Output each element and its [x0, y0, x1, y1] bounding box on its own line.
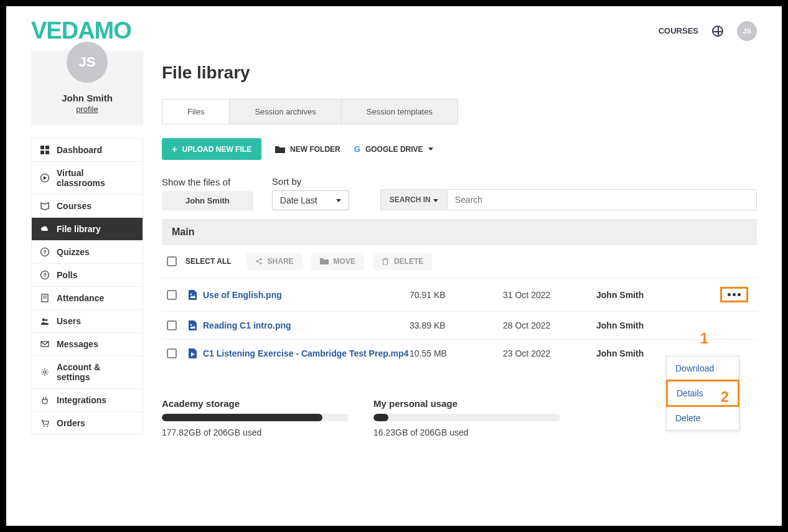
sidebar-item-label: Polls [57, 270, 77, 280]
sidebar-item-label: Courses [57, 201, 91, 211]
brand-logo[interactable]: VEDAMO [31, 17, 131, 44]
profile-link[interactable]: profile [76, 105, 98, 114]
file-size: 70.91 KB [410, 290, 503, 300]
cloud-icon [40, 225, 49, 233]
sidebar-item-label: Account & settings [57, 362, 134, 382]
sidebar-item-integrations[interactable]: Integrations [32, 389, 143, 412]
gear-icon [40, 368, 49, 376]
table-row: Use of English.png 70.91 KB 31 Oct 2022 … [162, 278, 757, 311]
sidebar-item-dashboard[interactable]: Dashboard [32, 139, 143, 162]
svg-point-17 [44, 426, 45, 427]
sidebar-item-courses[interactable]: Courses [32, 195, 143, 218]
file-size: 33.89 KB [410, 320, 503, 330]
menu-item-download[interactable]: Download [667, 357, 739, 380]
sidebar-item-polls[interactable]: ?Polls [32, 264, 143, 287]
menu-item-details[interactable]: Details 2 [666, 380, 739, 407]
table-row: Reading C1 intro.png 33.89 KB 28 Oct 202… [162, 311, 757, 339]
sidebar-item-label: Messages [57, 339, 98, 349]
tab-session-archives[interactable]: Session archives [230, 100, 341, 124]
tab-files[interactable]: Files [162, 100, 230, 124]
image-file-icon [188, 320, 197, 330]
tabs: Files Session archives Session templates [162, 99, 458, 124]
svg-rect-2 [40, 151, 44, 154]
button-label: GOOGLE DRIVE [365, 145, 423, 154]
move-button[interactable]: MOVE [311, 253, 364, 270]
select-all-checkbox[interactable] [167, 256, 177, 266]
users-icon [40, 317, 49, 325]
row-actions-menu: Download Details 2 Delete [666, 356, 739, 431]
academy-storage-bar [162, 414, 349, 421]
google-drive-button[interactable]: GGOOGLE DRIVE [354, 144, 433, 154]
delete-button[interactable]: DELETE [373, 253, 432, 270]
sidebar-item-messages[interactable]: Messages [32, 333, 143, 356]
sidebar-item-label: File library [57, 224, 101, 234]
sidebar-item-account-settings[interactable]: Account & settings [32, 356, 143, 389]
button-label: SEARCH IN [390, 195, 431, 204]
row-checkbox[interactable] [167, 320, 177, 330]
svg-point-13 [42, 319, 45, 321]
sidebar-item-users[interactable]: Users [32, 310, 143, 333]
sidebar-item-virtual-classrooms[interactable]: Virtual classrooms [32, 162, 143, 195]
file-date: 28 Oct 2022 [503, 320, 596, 330]
profile-name: John Smith [37, 93, 137, 103]
upload-new-file-button[interactable]: +UPLOAD NEW FILE [162, 138, 261, 160]
sidebar-item-file-library[interactable]: File library [32, 218, 143, 241]
svg-point-14 [45, 319, 48, 322]
dots-icon [733, 293, 736, 296]
sidebar-item-quizzes[interactable]: ?Quizzes [32, 241, 143, 264]
select-all-label[interactable]: SELECT ALL [185, 257, 232, 266]
sidebar-item-label: Quizzes [57, 247, 90, 257]
globe-icon[interactable] [712, 26, 723, 37]
book-icon [40, 202, 49, 210]
dots-icon [728, 293, 731, 296]
row-checkbox[interactable] [167, 348, 177, 358]
plug-icon [40, 396, 49, 404]
file-name-link[interactable]: Use of English.png [203, 290, 282, 300]
file-date: 31 Oct 2022 [503, 290, 596, 300]
button-label: UPLOAD NEW FILE [182, 145, 251, 154]
show-files-value[interactable]: John Smith [162, 191, 253, 210]
svg-point-25 [190, 324, 192, 326]
google-icon: G [354, 144, 360, 154]
file-name-link[interactable]: Reading C1 intro.png [203, 320, 291, 330]
button-label: NEW FOLDER [290, 145, 340, 154]
sidebar-item-orders[interactable]: Orders [32, 412, 143, 434]
file-name-link[interactable]: C1 Listening Exercise - Cambridge Test P… [203, 348, 408, 358]
row-checkbox[interactable] [167, 290, 177, 300]
svg-line-23 [258, 262, 260, 264]
show-files-label: Show the files of [162, 177, 253, 187]
sidebar-item-attendance[interactable]: Attendance [32, 287, 143, 310]
file-size: 10.55 MB [410, 348, 503, 358]
sidebar-item-label: Dashboard [57, 145, 102, 155]
nav-courses[interactable]: COURSES [659, 26, 698, 35]
personal-storage-label: My personal usage [373, 398, 560, 409]
question-icon: ? [40, 271, 49, 279]
file-owner: John Smith [596, 320, 677, 330]
folder-icon [275, 145, 285, 154]
dots-icon [738, 293, 741, 296]
sidebar-item-label: Orders [57, 418, 85, 428]
academy-storage-label: Academy storage [162, 398, 349, 409]
file-owner: John Smith [596, 348, 677, 358]
sidebar-item-label: Integrations [57, 395, 106, 405]
avatar[interactable]: JS [737, 21, 757, 41]
new-folder-button[interactable]: NEW FOLDER [275, 145, 340, 154]
avatar[interactable]: JS [67, 42, 108, 83]
chevron-down-icon [433, 199, 438, 202]
sidebar-item-label: Users [57, 316, 81, 326]
file-owner: John Smith [596, 290, 677, 300]
share-button[interactable]: SHARE [246, 253, 303, 270]
sort-by-select[interactable]: Date Last [272, 190, 349, 210]
annotation-callout-1: 1 [700, 330, 708, 347]
menu-item-delete[interactable]: Delete [667, 406, 739, 430]
image-file-icon [188, 290, 197, 300]
svg-rect-0 [40, 146, 44, 149]
video-file-icon [188, 348, 197, 358]
button-label: SHARE [268, 257, 294, 266]
search-in-button[interactable]: SEARCH IN [380, 189, 447, 210]
row-actions-button[interactable] [720, 287, 748, 302]
annotation-callout-2: 2 [721, 388, 729, 406]
document-icon [40, 294, 49, 302]
tab-session-templates[interactable]: Session templates [342, 100, 457, 124]
search-input[interactable] [447, 189, 757, 210]
